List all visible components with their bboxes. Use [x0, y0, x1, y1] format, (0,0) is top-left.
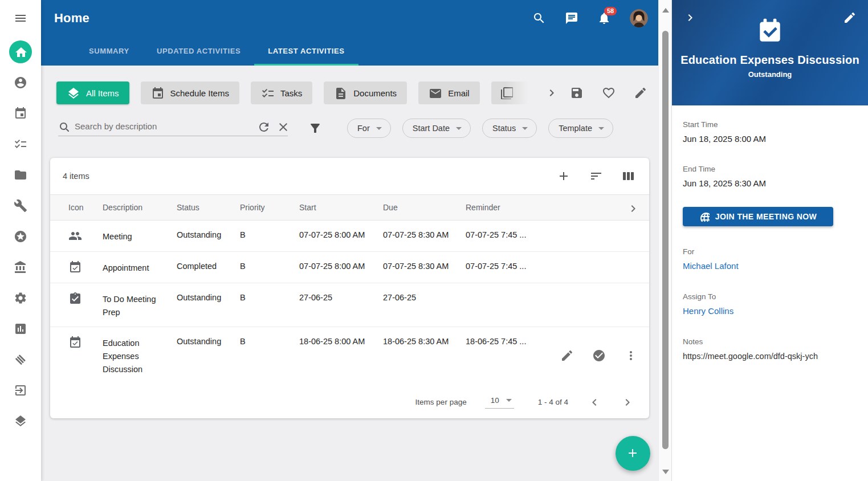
scroll-up-button[interactable]	[659, 5, 672, 16]
for-contact-link[interactable]: Michael Lafont	[683, 261, 739, 271]
edit-activity-button[interactable]	[843, 11, 857, 25]
filter-start-date[interactable]: Start Date	[402, 119, 471, 138]
favorite-button[interactable]	[602, 86, 616, 100]
items-table-card: 4 items Icon Description Status Priority…	[50, 158, 649, 418]
scrollbar-thumb[interactable]	[662, 31, 669, 449]
search-input[interactable]	[75, 121, 249, 131]
columns-scroll-right-button[interactable]	[626, 202, 638, 213]
sidebar-item-reports[interactable]	[0, 313, 41, 344]
clear-search-button[interactable]	[268, 120, 288, 132]
cell-due: 07-07-25 8:30 AM	[383, 262, 466, 271]
funnel-icon	[308, 121, 322, 135]
sidebar-item-calendar[interactable]	[0, 98, 41, 129]
complete-row-button[interactable]	[592, 349, 606, 362]
cell-description: To Do Meeting Prep	[103, 293, 162, 319]
notifications-button[interactable]: 58	[597, 11, 611, 25]
col-icon: Icon	[68, 203, 103, 212]
home-active-circle	[9, 40, 32, 63]
sidebar-item-contacts[interactable]	[0, 67, 41, 98]
bank-icon	[14, 260, 27, 274]
page-size-select[interactable]: 10	[485, 396, 514, 409]
table-row[interactable]: Meeting Outstanding B 07-07-25 8:00 AM 0…	[50, 221, 649, 252]
sidebar-item-documents[interactable]	[0, 160, 41, 190]
sidebar-item-home[interactable]	[0, 36, 41, 67]
activity-status: Outstanding	[672, 70, 868, 79]
tab-updated-activities[interactable]: UPDATED ACTIVITIES	[143, 38, 254, 66]
chevron-left-icon	[588, 396, 601, 409]
sidebar-item-deals[interactable]	[0, 344, 41, 375]
chat-button[interactable]	[565, 11, 578, 25]
chevron-right-icon	[545, 86, 559, 100]
chip-scroll-right-button[interactable]	[545, 86, 559, 100]
avatar[interactable]	[630, 9, 648, 27]
chip-documents[interactable]: Documents	[324, 81, 407, 104]
chip-partial[interactable]	[491, 81, 531, 104]
add-fab[interactable]	[616, 436, 650, 471]
sidebar-item-tools[interactable]	[0, 190, 41, 221]
sort-button[interactable]	[589, 169, 603, 183]
detail-panel-header: Education Expenses Discussion Outstandin…	[672, 0, 868, 105]
next-page-button[interactable]	[621, 396, 634, 409]
tab-summary[interactable]: SUMMARY	[75, 38, 143, 66]
main-column: Home 58	[41, 0, 658, 481]
sidebar-item-tasks[interactable]	[0, 129, 41, 160]
cell-reminder: 18-06-25 7:45 ...	[466, 337, 622, 346]
content-area: All Items Schedule Items Tasks Documents…	[41, 66, 658, 481]
hamburger-menu-button[interactable]	[0, 0, 41, 36]
sidebar-item-categories[interactable]	[0, 406, 41, 437]
more-vert-icon	[624, 349, 638, 362]
cell-priority: B	[240, 337, 299, 346]
cell-priority: B	[240, 293, 299, 302]
detail-panel-body: Start Time Jun 18, 2025 8:00 AM End Time…	[672, 105, 868, 361]
items-per-page-label: Items per page	[415, 398, 467, 406]
table-row-selected[interactable]: Education Expenses Discussion Outstandin…	[50, 327, 649, 386]
chevron-down-icon	[522, 127, 528, 130]
cell-start: 07-07-25 8:00 AM	[299, 262, 383, 271]
filter-status[interactable]: Status	[482, 119, 537, 138]
cell-status: Outstanding	[177, 230, 240, 239]
join-meeting-label: JOIN THE MEETING NOW	[715, 212, 817, 221]
layers-icon	[67, 87, 79, 99]
filter-button[interactable]	[308, 121, 322, 135]
table-row[interactable]: Appointment Completed B 07-07-25 8:00 AM…	[50, 252, 649, 283]
table-row[interactable]: To Do Meeting Prep Outstanding B 27-06-2…	[50, 283, 649, 327]
assign-to-link[interactable]: Henry Collins	[683, 306, 733, 316]
columns-button[interactable]	[622, 169, 635, 183]
save-icon	[570, 86, 584, 100]
prev-page-button[interactable]	[588, 396, 601, 409]
sidebar-item-settings[interactable]	[0, 283, 41, 313]
save-view-button[interactable]	[570, 86, 584, 100]
cell-start: 07-07-25 8:00 AM	[299, 230, 383, 239]
join-meeting-button[interactable]: JOIN THE MEETING NOW	[683, 207, 833, 226]
edit-row-button[interactable]	[560, 349, 574, 362]
refresh-button[interactable]	[249, 120, 268, 132]
sidebar-item-exit[interactable]	[0, 375, 41, 406]
col-reminder: Reminder	[466, 203, 622, 212]
chip-tasks[interactable]: Tasks	[251, 81, 312, 104]
add-item-button[interactable]	[557, 169, 570, 183]
scroll-down-button[interactable]	[659, 466, 672, 478]
chip-all-items[interactable]: All Items	[56, 81, 129, 104]
bar-chart-icon	[14, 322, 27, 336]
chip-email[interactable]: Email	[418, 81, 480, 104]
filter-for[interactable]: For	[347, 119, 391, 138]
vertical-scrollbar	[658, 0, 671, 481]
cell-priority: B	[240, 262, 299, 271]
collapse-panel-button[interactable]	[683, 11, 697, 25]
search-button[interactable]	[532, 11, 546, 25]
chip-schedule-items[interactable]: Schedule Items	[141, 81, 239, 104]
search-field	[58, 120, 288, 136]
col-start: Start	[299, 203, 383, 212]
pill-label: Status	[492, 124, 516, 133]
calendar-icon	[14, 107, 27, 120]
edit-view-button[interactable]	[634, 86, 647, 100]
sidebar-item-company[interactable]	[0, 252, 41, 283]
tab-latest-activities[interactable]: LATEST ACTIVITIES	[254, 38, 358, 66]
sidebar-item-favorites[interactable]	[0, 221, 41, 252]
row-more-button[interactable]	[624, 349, 638, 362]
pill-label: For	[357, 124, 370, 133]
col-due: Due	[383, 203, 466, 212]
filter-template[interactable]: Template	[548, 119, 613, 138]
calendar-icon	[151, 87, 164, 99]
close-icon	[276, 120, 288, 132]
